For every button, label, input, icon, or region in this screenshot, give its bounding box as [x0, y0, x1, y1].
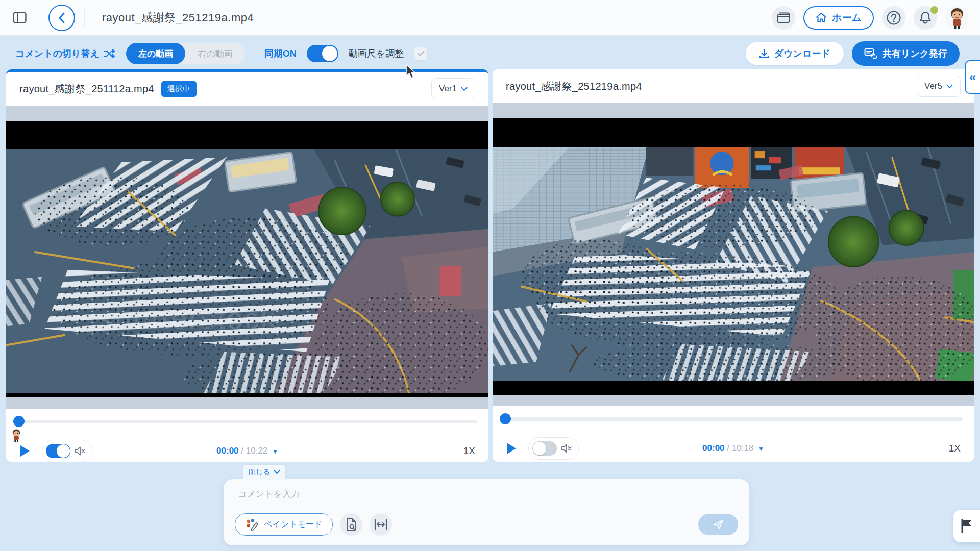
chevron-down-icon — [461, 87, 468, 91]
bell-icon — [919, 11, 932, 24]
home-button-label: ホーム — [832, 11, 862, 24]
paint-mode-icon — [246, 518, 259, 531]
app-header: rayout_感謝祭_251219a.mp4 ホーム — [0, 0, 980, 36]
left-playhead[interactable] — [13, 416, 24, 427]
segment-right-video[interactable]: 右の動画 — [185, 43, 244, 64]
left-total-time: 10:22 — [246, 446, 268, 456]
comment-switch-control[interactable]: コメントの切り替え — [15, 47, 116, 60]
page-title: rayout_感謝祭_251219a.mp4 — [102, 10, 254, 26]
right-panel-header: rayout_感謝祭_251219a.mp4 Ver5 — [493, 69, 974, 103]
header-divider — [84, 8, 85, 28]
download-icon — [759, 48, 769, 59]
segment-left-video[interactable]: 左の動画 — [126, 43, 185, 64]
download-button-label: ダウンロード — [774, 47, 830, 60]
right-current-time: 00:00 — [702, 443, 724, 453]
chevron-left-icon — [58, 12, 66, 23]
left-seekbar[interactable] — [17, 420, 477, 423]
user-avatar[interactable] — [945, 6, 969, 30]
duration-adjust-label: 動画尺を調整 — [349, 47, 404, 60]
right-video-filename: rayout_感謝祭_251219a.mp4 — [506, 80, 642, 93]
sidebar-toggle-button[interactable] — [9, 8, 30, 28]
share-link-icon — [864, 48, 877, 59]
right-version-label: Ver5 — [924, 81, 942, 91]
toggle-knob — [533, 442, 546, 455]
left-time-caret-icon[interactable]: ▼ — [272, 448, 278, 455]
toggle-knob — [57, 444, 70, 458]
video-segment-control: 左の動画 右の動画 — [126, 43, 245, 64]
collapse-chevrons-icon: « — [969, 70, 976, 84]
report-flag-button[interactable] — [953, 510, 980, 542]
right-seekbar[interactable] — [504, 417, 963, 421]
notifications-button[interactable] — [914, 6, 937, 30]
left-play-button[interactable] — [19, 444, 31, 458]
left-video-filename: rayout_感謝祭_251112a.mp4 — [19, 82, 154, 96]
left-player-controls: 00:00 / 10:22 ▼ 1X — [6, 409, 488, 462]
sync-toggle[interactable] — [307, 45, 338, 62]
left-version-label: Ver1 — [439, 84, 457, 94]
chevron-down-icon — [946, 84, 953, 89]
paint-mode-button[interactable]: ペイントモード — [235, 513, 333, 536]
right-version-dropdown[interactable]: Ver5 — [917, 76, 961, 97]
file-link-icon — [346, 518, 357, 531]
selected-badge: 選択中 — [161, 81, 197, 97]
comment-switch-label: コメントの切り替え — [15, 47, 100, 60]
timeline-range-button[interactable] — [370, 513, 392, 536]
left-current-time: 00:00 — [216, 446, 238, 456]
header-divider — [39, 8, 39, 28]
right-playhead[interactable] — [500, 413, 511, 424]
right-total-time: 10:18 — [732, 443, 754, 453]
flag-icon — [961, 519, 973, 533]
back-button[interactable] — [48, 5, 75, 31]
sync-label: 同期ON — [264, 47, 297, 60]
download-button[interactable]: ダウンロード — [746, 42, 844, 65]
left-audio-toggle[interactable] — [46, 444, 70, 458]
notification-dot — [930, 6, 938, 14]
home-button[interactable]: ホーム — [803, 6, 874, 30]
duration-adjust-checkbox[interactable] — [414, 47, 428, 61]
right-player-panel: rayout_感謝祭_251219a.mp4 Ver5 — [493, 69, 974, 462]
right-video-scene — [493, 147, 974, 381]
left-video-container: shutterstock — [6, 106, 488, 409]
toolbar: コメントの切り替え 左の動画 右の動画 同期ON 動画尺を調整 ダウンロー — [0, 40, 980, 67]
right-video-frame[interactable] — [493, 118, 974, 395]
right-time-caret-icon[interactable]: ▼ — [758, 445, 764, 453]
right-speed-control[interactable]: 1X — [949, 443, 961, 454]
left-panel-header: rayout_感謝祭_251112a.mp4 選択中 Ver1 — [6, 72, 488, 106]
card-icon — [777, 12, 790, 23]
share-link-button[interactable]: 共有リンク発行 — [852, 41, 960, 66]
left-speed-control[interactable]: 1X — [463, 445, 475, 457]
right-audio-toggle[interactable] — [532, 441, 557, 456]
home-icon — [816, 12, 827, 23]
comment-box: ペイントモード — [224, 479, 749, 545]
chevron-down-icon — [274, 470, 280, 474]
left-video-frame[interactable]: shutterstock — [6, 121, 488, 397]
comment-input[interactable] — [235, 487, 738, 507]
paper-plane-icon — [712, 518, 724, 531]
right-play-button[interactable] — [506, 442, 517, 455]
right-player-controls: 00:00 / 10:18 ▼ 1X — [493, 406, 974, 459]
shuffle-icon — [104, 49, 116, 58]
comment-close-tab[interactable]: 閉じる — [243, 464, 286, 480]
left-video-watermark: shutterstock — [99, 302, 277, 335]
help-icon — [886, 10, 901, 26]
left-version-dropdown[interactable]: Ver1 — [431, 78, 475, 99]
muted-speaker-icon — [75, 446, 86, 456]
comment-close-label: 閉じる — [249, 468, 271, 477]
send-comment-button[interactable] — [698, 514, 738, 535]
right-video-container — [493, 103, 974, 406]
sidebar-expand-tab[interactable]: « — [965, 60, 980, 94]
panel-card-button[interactable] — [772, 6, 795, 30]
right-volume-control[interactable] — [528, 437, 579, 460]
width-range-icon — [374, 519, 387, 530]
paint-mode-label: ペイントモード — [264, 519, 322, 530]
attach-file-button[interactable] — [340, 513, 362, 536]
help-button[interactable] — [882, 6, 905, 30]
muted-speaker-icon — [561, 443, 572, 454]
left-video-scene: shutterstock — [6, 149, 488, 393]
toggle-knob — [322, 46, 337, 61]
sidebar-panel-icon — [13, 12, 27, 23]
left-volume-control[interactable] — [42, 440, 92, 462]
check-icon — [417, 51, 425, 57]
share-link-button-label: 共有リンク発行 — [883, 47, 947, 60]
avatar-character-icon — [945, 6, 969, 30]
